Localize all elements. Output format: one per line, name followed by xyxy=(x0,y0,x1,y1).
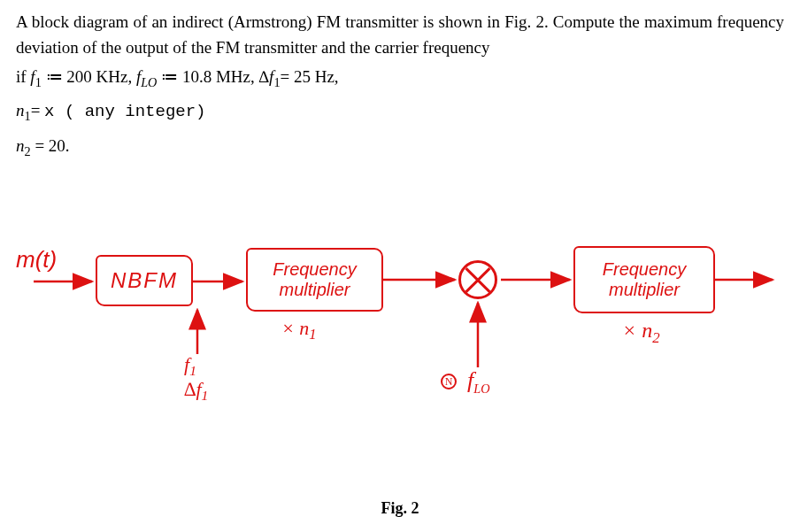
figure-caption: Fig. 2 xyxy=(0,499,800,518)
problem-statement: A block diagram of an indirect (Armstron… xyxy=(16,9,784,161)
problem-line-2: if f1 ≔ 200 KHz, fLO ≔ 10.8 MHz, ∆f1= 25… xyxy=(16,64,784,92)
diagram-arrows xyxy=(16,239,786,469)
block-diagram: m(t) NBFM Frequency multiplier × n1 Freq… xyxy=(16,239,786,469)
problem-n1: n1= x ( any integer) xyxy=(16,97,784,126)
problem-line-1: A block diagram of an indirect (Armstron… xyxy=(16,9,784,61)
problem-n2: n2 = 20. xyxy=(16,133,784,161)
